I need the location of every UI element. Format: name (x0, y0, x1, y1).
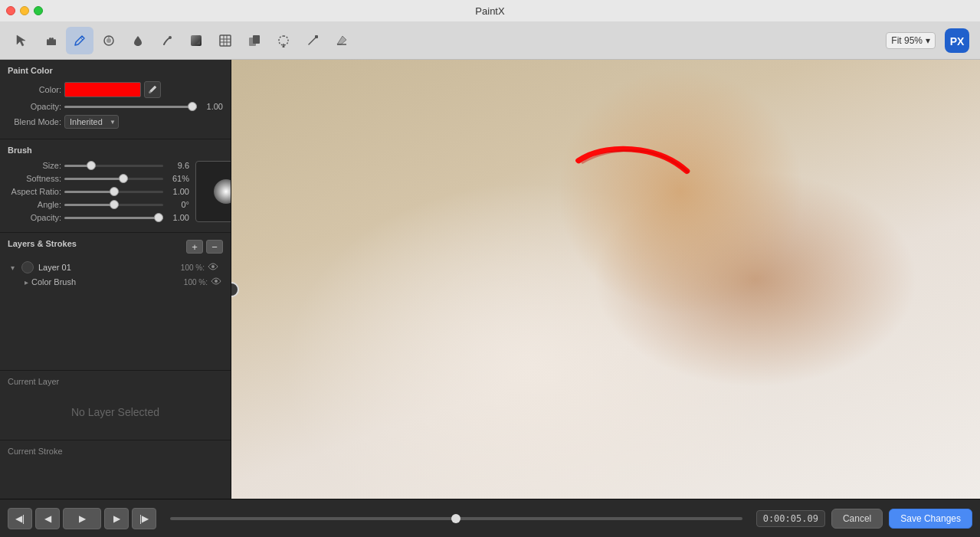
blur-tool-button[interactable] (299, 27, 326, 54)
remove-layer-button[interactable]: − (206, 240, 223, 254)
grid-tool-button[interactable] (211, 27, 239, 54)
softness-label: Softness: (8, 174, 61, 183)
opacity-slider[interactable] (64, 106, 197, 108)
play-button[interactable]: ▶ (63, 508, 101, 529)
select-tool-button[interactable] (8, 27, 35, 54)
eyedropper-button[interactable] (144, 81, 161, 98)
fit-dropdown[interactable]: Fit 95% ▾ (886, 32, 936, 49)
close-button[interactable] (6, 6, 15, 15)
color-swatch[interactable] (64, 82, 141, 97)
opacity-slider-container (64, 106, 197, 108)
size-label: Size: (8, 161, 61, 170)
blend-mode-row: Blend Mode: Inherited Normal Multiply Sc… (8, 115, 223, 129)
minimize-button[interactable] (20, 6, 29, 15)
main-content: Paint Color Color: Opacity: 1.00 (0, 60, 980, 499)
size-row: Size: 9.6 (8, 161, 189, 170)
go-to-end-button[interactable]: |▶ (132, 508, 156, 529)
current-layer-section: Current Layer No Layer Selected (0, 371, 231, 440)
brush-tool-button[interactable] (66, 27, 93, 54)
go-to-start-icon: ◀| (15, 513, 25, 524)
brush-title: Brush (8, 146, 223, 155)
angle-slider-container (64, 204, 163, 206)
paint-color-title: Paint Color (8, 66, 223, 75)
angle-slider[interactable] (64, 204, 163, 206)
sublayer-item[interactable]: ▸ Color Brush 100 %: (8, 276, 223, 288)
go-to-end-icon: |▶ (139, 513, 149, 524)
prev-frame-button[interactable]: ◀ (35, 508, 60, 529)
sublayer-name: Color Brush (31, 277, 184, 287)
svg-point-17 (283, 45, 285, 47)
blend-mode-dropdown[interactable]: Inherited Normal Multiply Screen Overlay (64, 115, 119, 129)
timeline-track[interactable] (170, 517, 742, 520)
canvas-area[interactable] (231, 60, 980, 499)
svg-point-22 (149, 91, 151, 93)
svg-rect-16 (253, 35, 260, 44)
maximize-button[interactable] (34, 6, 43, 15)
brush-opacity-slider[interactable] (64, 217, 163, 219)
save-changes-button[interactable]: Save Changes (889, 509, 972, 529)
time-display: 0:00:05.09 (756, 510, 825, 527)
toolbar: Fit 95% ▾ PX (0, 21, 980, 60)
go-to-start-button[interactable]: ◀| (8, 508, 32, 529)
svg-point-7 (169, 36, 172, 39)
playback-controls: ◀| ◀ ▶ ▶ |▶ (8, 508, 156, 529)
clone-tool-button[interactable] (241, 27, 268, 54)
eraser-tool-button[interactable] (328, 27, 356, 54)
title-bar: PaintX (0, 0, 980, 21)
hand-tool-button[interactable] (37, 27, 64, 54)
timeline-scrubber[interactable] (451, 514, 461, 523)
angle-value: 0° (166, 200, 189, 209)
layer-visibility-icon[interactable] (208, 263, 220, 272)
next-frame-icon: ▶ (113, 513, 120, 524)
size-slider[interactable] (64, 165, 163, 167)
fit-dropdown-value: Fit 95% (891, 35, 923, 46)
toolbar-tools (8, 27, 356, 54)
brush-preview-circle (214, 179, 231, 204)
opacity-label: Opacity: (8, 102, 61, 111)
next-frame-button[interactable]: ▶ (104, 508, 129, 529)
svg-point-6 (107, 38, 111, 43)
layers-title: Layers & Strokes (8, 239, 77, 248)
aspect-ratio-slider[interactable] (64, 191, 163, 193)
cancel-button[interactable]: Cancel (831, 509, 883, 529)
magic-select-tool-button[interactable] (95, 27, 123, 54)
brush-opacity-slider-container (64, 217, 163, 219)
traffic-lights (6, 6, 43, 15)
layer-name: Layer 01 (38, 263, 181, 272)
paint-color-section: Paint Color Color: Opacity: 1.00 (0, 60, 231, 139)
softness-row: Softness: 61% (8, 174, 189, 183)
layers-list: ▾ Layer 01 100 %: ▸ Color Brush 1 (8, 259, 223, 288)
bottom-bar: ◀| ◀ ▶ ▶ |▶ 0:00:05.09 Cancel Save Chang… (0, 499, 980, 537)
softness-slider[interactable] (64, 178, 163, 180)
aspect-ratio-label: Aspect Ratio: (8, 187, 61, 196)
sublayer-visibility-icon[interactable] (211, 277, 223, 287)
angle-label: Angle: (8, 200, 61, 209)
no-layer-text: No Layer Selected (8, 391, 223, 434)
brush-opacity-label: Opacity: (8, 213, 61, 222)
smudge-tool-button[interactable] (153, 27, 181, 54)
layer-expand-icon: ▾ (11, 264, 18, 272)
opacity-value: 1.00 (200, 102, 223, 111)
softness-slider-container (64, 178, 163, 180)
brush-preview (195, 161, 231, 222)
brush-section: Brush Size: 9.6 Softness: (0, 139, 231, 233)
fill-tool-button[interactable] (124, 27, 152, 54)
aspect-ratio-slider-container (64, 191, 163, 193)
aspect-ratio-value: 1.00 (166, 187, 189, 196)
color-label: Color: (8, 85, 61, 94)
add-layer-button[interactable]: + (186, 240, 203, 254)
current-stroke-section: Current Stroke (0, 440, 231, 499)
color-row: Color: (8, 81, 223, 98)
gradient-tool-button[interactable] (182, 27, 210, 54)
layer-item[interactable]: ▾ Layer 01 100 %: (8, 259, 223, 276)
lasso-tool-button[interactable] (270, 27, 297, 54)
brush-params: Size: 9.6 Softness: 61% (8, 161, 189, 226)
size-value: 9.6 (166, 161, 189, 170)
toolbar-right: Fit 95% ▾ PX (886, 25, 972, 56)
brush-opacity-value: 1.00 (166, 213, 189, 222)
svg-point-23 (211, 265, 215, 268)
blend-mode-label: Blend Mode: (8, 117, 61, 126)
layers-header: Layers & Strokes + − (8, 239, 223, 254)
photo-background (231, 60, 980, 499)
svg-rect-18 (315, 35, 318, 38)
